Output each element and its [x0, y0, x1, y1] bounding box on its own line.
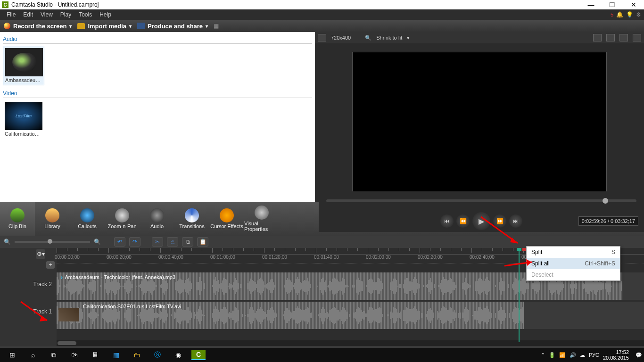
audio-clip-caption: Ambassadeurs - Technicolor (fe...	[5, 77, 42, 83]
ctx-split[interactable]: SplitS	[527, 247, 620, 258]
notification-count: 5	[611, 12, 613, 17]
ctx-deselect: Deselect	[527, 269, 620, 280]
tab-visual-properties[interactable]: Visual Properties	[244, 202, 279, 236]
track-1-header[interactable]: Track 1 👁 🔒	[0, 298, 57, 325]
preview-tool-2[interactable]	[606, 34, 615, 41]
context-menu: SplitS Split allCtrl+Shift+S Deselect	[526, 246, 620, 281]
produce-icon	[137, 23, 145, 29]
cut-button[interactable]: ✂	[152, 237, 163, 247]
video-clip[interactable]: Californication.S07E01.rus.LostFilm.TV.a…	[57, 302, 524, 329]
playback-controls: ⏮ ⏪ ▶ ⏩ ⏭ 0:02:59;26 / 0:03:32;17	[319, 210, 644, 232]
tab-audio[interactable]: Audio	[140, 202, 174, 236]
playback-scrubber-row	[319, 191, 644, 210]
skype-icon[interactable]: Ⓢ	[147, 348, 168, 362]
start-button[interactable]: ⊞	[2, 348, 23, 362]
import-label: Import media	[88, 23, 126, 30]
undo-button[interactable]: ↶	[114, 237, 125, 247]
copy-button[interactable]: ⧉	[182, 237, 193, 247]
audio-clip-label: Ambassadeurs - Technicolor (feat. Anneka…	[65, 274, 176, 280]
toolbar-extra-icon[interactable]: ▦	[214, 23, 219, 29]
menu-help[interactable]: Help	[96, 10, 115, 19]
video-clip-caption: Californication.S0...	[5, 131, 42, 137]
fullscreen-icon[interactable]	[318, 34, 326, 41]
preview-scrubber[interactable]	[326, 199, 636, 202]
record-screen-button[interactable]: Record the screen	[4, 23, 72, 30]
notifications-icon[interactable]: 💬	[636, 352, 642, 358]
video-app-icon[interactable]: ▦	[106, 348, 126, 362]
zoom-out-icon[interactable]: 🔍	[4, 239, 11, 245]
ctx-split-all[interactable]: Split allCtrl+Shift+S	[527, 258, 620, 269]
video-clip-thumb[interactable]: LostFilm Californication.S0...	[3, 100, 44, 139]
tray-chevron-icon[interactable]: ⌃	[541, 352, 545, 358]
menu-edit[interactable]: Edit	[19, 10, 37, 19]
zoom-slider[interactable]	[15, 241, 90, 243]
track-1-lane[interactable]: Californication.S07E01.rus.LostFilm.TV.a…	[57, 302, 644, 329]
tab-transitions[interactable]: Transitions	[174, 202, 209, 236]
rewind-button[interactable]: ⏪	[456, 214, 470, 228]
tab-library[interactable]: Library	[35, 202, 70, 236]
main-toolbar: Record the screen Import media Produce a…	[0, 20, 644, 32]
preview-tool-4[interactable]	[633, 34, 641, 41]
forward-button[interactable]: ⏩	[493, 214, 506, 228]
import-media-button[interactable]: Import media	[77, 23, 132, 30]
minimize-button[interactable]: —	[580, 0, 602, 9]
tab-cursor-effects[interactable]: Cursor Effects	[209, 202, 244, 236]
onedrive-icon[interactable]: ☁	[580, 352, 585, 358]
store-icon[interactable]: 🛍	[64, 348, 85, 362]
battery-icon[interactable]: 🔋	[549, 352, 555, 358]
zoom-in-icon[interactable]: 🔍	[94, 239, 101, 245]
window-title: Camtasia Studio - Untitled.camproj	[11, 1, 580, 8]
calculator-icon[interactable]: 🖩	[85, 348, 106, 362]
preview-tool-1[interactable]	[593, 34, 602, 41]
play-button[interactable]: ▶	[472, 212, 490, 230]
audio-icon	[150, 208, 164, 222]
close-button[interactable]: ✕	[623, 0, 644, 9]
clip-bin-panel: Audio Ambassadeurs - Technicolor (fe... …	[0, 32, 315, 202]
bell-icon[interactable]: 🔔	[616, 11, 623, 18]
task-view-button[interactable]: ⧉	[43, 348, 64, 362]
track-2-header[interactable]: Track 2 👁 🔒	[0, 271, 57, 298]
explorer-icon[interactable]: 🗀	[126, 348, 147, 362]
chrome-icon[interactable]: ◉	[168, 348, 189, 362]
add-track-button[interactable]: +	[46, 261, 55, 269]
timeline-track-headers: ⚙▾ + Track 2 👁 🔒 Track 1 👁 🔒	[0, 248, 57, 346]
split-button[interactable]: ⎌	[167, 237, 178, 247]
tab-zoom-pan[interactable]: Zoom-n-Pan	[105, 202, 140, 236]
volume-icon[interactable]: 🔊	[570, 352, 576, 358]
clock[interactable]: 17:52 20.08.2015	[603, 349, 632, 361]
wifi-icon[interactable]: 📶	[559, 352, 566, 358]
maximize-button[interactable]: ☐	[602, 0, 623, 9]
playhead[interactable]	[519, 248, 520, 342]
callouts-icon	[80, 208, 94, 222]
search-button[interactable]: ⌕	[23, 348, 43, 362]
preview-panel: 720x400 🔍 Shrink to fit▾	[315, 32, 644, 202]
preview-dimensions[interactable]: 720x400	[331, 35, 351, 41]
redo-button[interactable]: ↷	[129, 237, 140, 247]
timeline-settings-button[interactable]: ⚙▾	[36, 249, 45, 259]
language-indicator[interactable]: РУС	[589, 352, 599, 358]
lightbulb-icon[interactable]: 💡	[626, 11, 633, 18]
menu-tools[interactable]: Tools	[75, 10, 96, 19]
title-bar: C Camtasia Studio - Untitled.camproj — ☐…	[0, 0, 644, 9]
paste-button[interactable]: 📋	[197, 237, 208, 247]
timeline-h-scrollbar[interactable]	[57, 340, 644, 346]
speaker-icon	[12, 53, 36, 72]
tab-callouts[interactable]: Callouts	[70, 202, 105, 236]
tab-clip-bin[interactable]: Clip Bin	[0, 202, 35, 236]
video-section-label: Video	[3, 89, 312, 98]
preview-area	[315, 43, 644, 202]
menu-play[interactable]: Play	[57, 10, 75, 19]
audio-clip-thumb[interactable]: Ambassadeurs - Technicolor (fe...	[3, 46, 44, 85]
record-label: Record the screen	[13, 23, 66, 30]
settings-icon[interactable]: ⚙	[636, 11, 641, 18]
next-button[interactable]: ⏭	[509, 214, 522, 228]
produce-share-button[interactable]: Produce and share	[137, 23, 208, 30]
shrink-to-fit-dropdown[interactable]: Shrink to fit	[376, 35, 402, 41]
camtasia-taskbar-icon[interactable]: C	[191, 350, 206, 360]
prev-button[interactable]: ⏮	[440, 214, 454, 228]
library-icon	[45, 208, 59, 222]
preview-canvas[interactable]	[352, 52, 607, 193]
menu-view[interactable]: View	[37, 10, 57, 19]
menu-file[interactable]: File	[3, 10, 19, 19]
preview-tool-3[interactable]	[619, 34, 628, 41]
